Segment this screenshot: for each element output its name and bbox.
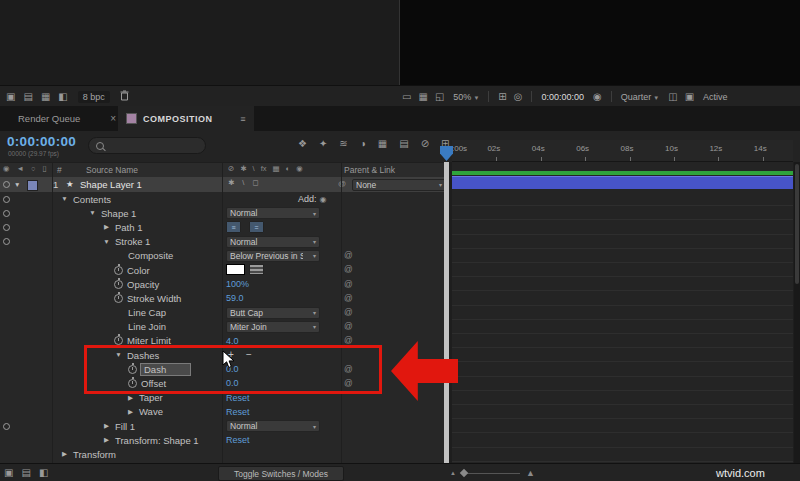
fast-preview-icon[interactable]: ◫ <box>668 92 677 102</box>
viewer-timecode[interactable]: 0:00:00:00 <box>541 92 584 102</box>
timeline-ruler[interactable]: :00s02s04s06s08s10s12s14s <box>452 140 793 162</box>
value-opacity[interactable]: 100% <box>226 278 249 290</box>
close-icon[interactable]: × <box>110 113 116 124</box>
caret-right-icon[interactable]: ▶ <box>102 433 111 447</box>
property-label[interactable]: Color <box>127 265 150 276</box>
property-label[interactable]: Line Cap <box>128 307 166 318</box>
monitor-icon[interactable]: ▭ <box>402 92 411 102</box>
grid-icon[interactable]: ▦ <box>41 92 50 102</box>
view-layout-dropdown[interactable]: Active <box>703 92 728 102</box>
visibility-eye-icon[interactable] <box>3 196 10 203</box>
color-swatch-white[interactable] <box>226 264 245 275</box>
pickwhip-icon[interactable]: @ <box>344 279 353 289</box>
bit-depth-button[interactable]: 8 bpc <box>78 91 110 103</box>
panel-menu-icon[interactable]: ≡ <box>240 114 246 124</box>
resolution-dropdown[interactable]: Quarter▼ <box>621 92 659 102</box>
panel-icon[interactable]: ◧ <box>39 468 48 478</box>
caret-down-icon[interactable]: ▼ <box>60 192 69 206</box>
value-stroke-width[interactable]: 59.0 <box>226 292 244 304</box>
visibility-eye-icon[interactable] <box>3 210 10 217</box>
pickwhip-icon[interactable]: @ <box>344 321 353 331</box>
stopwatch-icon[interactable] <box>114 294 123 303</box>
composition-network-icon[interactable]: ▣ <box>4 468 13 478</box>
path-buttons[interactable]: ≡= <box>226 221 264 233</box>
caret-right-icon[interactable]: ▶ <box>126 405 135 419</box>
property-label[interactable]: Composite <box>128 250 173 261</box>
visibility-eye-icon[interactable] <box>3 238 10 245</box>
scrollbar-handle[interactable] <box>795 164 799 284</box>
magnification-dropdown[interactable]: 50%▼ <box>453 92 479 102</box>
layer-duration-bar[interactable] <box>452 176 793 189</box>
caret-right-icon[interactable]: ▶ <box>102 220 111 234</box>
property-label[interactable]: Stroke Width <box>127 293 181 304</box>
panel-options-icon[interactable]: ▣ <box>685 92 694 102</box>
path-shape-icon[interactable]: ≡ <box>226 221 241 233</box>
parent-pickwhip-icon[interactable]: @ <box>338 179 346 188</box>
property-label[interactable]: Contents <box>73 194 111 205</box>
pickwhip-icon[interactable]: @ <box>344 335 353 345</box>
timeline-zoom-control[interactable]: ▲ ▲ <box>450 464 535 481</box>
mode-dropdown[interactable]: Normal▾ <box>226 236 320 248</box>
zoom-slider-handle[interactable] <box>460 468 468 476</box>
mode-dropdown[interactable]: Normal▾ <box>226 207 320 219</box>
caret-right-icon[interactable]: ▶ <box>102 419 111 433</box>
panels-icon[interactable]: ▤ <box>23 92 32 102</box>
transparency-grid-icon[interactable]: ▤ <box>399 139 408 149</box>
caret-down-icon[interactable]: ▼ <box>102 235 111 249</box>
tab-render-queue[interactable]: Render Queue × <box>18 106 116 131</box>
property-label[interactable]: Shape 1 <box>101 208 136 219</box>
trash-icon[interactable] <box>120 90 129 103</box>
property-label[interactable]: Transform: Shape 1 <box>115 435 199 446</box>
path-options-icon[interactable]: = <box>249 221 264 233</box>
tab-composition[interactable]: COMPOSITION ≡ <box>118 106 254 131</box>
caret-right-icon[interactable]: ▶ <box>60 447 69 461</box>
property-label[interactable]: Line Join <box>128 321 166 332</box>
caret-down-icon[interactable]: ▼ <box>88 206 97 220</box>
reset-link[interactable]: Reset <box>226 434 250 446</box>
region-of-interest-icon[interactable]: ◱ <box>435 92 444 102</box>
3d-layer-icon[interactable]: ◻ <box>252 179 258 187</box>
visibility-eye-icon[interactable] <box>3 423 10 430</box>
frame-blending-icon[interactable]: ≋ <box>339 139 347 149</box>
snapshot-camera-icon[interactable]: ◉ <box>593 92 602 102</box>
shy-layers-icon[interactable]: ⊘ <box>421 139 429 149</box>
toggle-switches-modes-button[interactable]: Toggle Switches / Modes <box>218 466 344 481</box>
workspace-icon[interactable]: ▣ <box>6 92 15 102</box>
flowchart-icon[interactable]: ▤ <box>21 468 30 478</box>
mode-dropdown[interactable]: Normal▾ <box>226 420 320 432</box>
motion-blur-icon[interactable]: ◑ <box>360 139 366 149</box>
vertical-scrollbar[interactable] <box>794 162 800 463</box>
pickwhip-icon[interactable]: @ <box>344 293 353 303</box>
zoom-out-mountain-icon[interactable]: ▲ <box>450 470 456 476</box>
timeline-search-input[interactable] <box>88 137 206 154</box>
pickwhip-icon[interactable]: @ <box>344 307 353 317</box>
property-label[interactable]: Transform <box>73 449 116 460</box>
graph-editor-icon[interactable]: ▦ <box>378 139 387 149</box>
color-options-icon[interactable] <box>249 264 264 275</box>
property-label[interactable]: Fill 1 <box>115 421 135 432</box>
parent-dropdown[interactable]: None▾ <box>352 179 446 191</box>
add-button-icon[interactable]: ◉ <box>320 195 327 204</box>
composition-mini-flowchart-icon[interactable]: ❖ <box>298 139 307 149</box>
reset-link[interactable]: Reset <box>226 406 250 418</box>
stopwatch-icon[interactable] <box>114 280 123 289</box>
mode-dropdown[interactable]: Below Previous in Sa▾ <box>226 250 320 262</box>
mode-dropdown[interactable]: Miter Join▾ <box>226 321 320 333</box>
grid-overlay-icon[interactable]: ⊞ <box>498 92 506 102</box>
property-label[interactable]: Opacity <box>127 279 159 290</box>
property-label[interactable]: Wave <box>139 406 163 417</box>
panel-divider-scrollbar[interactable] <box>444 162 449 463</box>
color-swatch[interactable] <box>226 264 264 276</box>
add-menu[interactable]: Add:◉ <box>298 193 327 205</box>
current-timecode[interactable]: 0:00:00:00 <box>7 134 76 149</box>
guides-icon[interactable]: ◧ <box>58 92 67 102</box>
layer-visibility-eye-icon[interactable] <box>3 181 10 188</box>
property-label[interactable]: Stroke 1 <box>115 236 150 247</box>
pickwhip-icon[interactable]: @ <box>344 250 353 260</box>
mask-visibility-icon[interactable]: ◎ <box>514 92 523 102</box>
draft-3d-icon[interactable]: ✦ <box>319 139 327 149</box>
quality-icon[interactable]: ✱ <box>228 179 234 187</box>
zoom-in-mountain-icon[interactable]: ▲ <box>526 468 535 478</box>
layer-name[interactable]: Shape Layer 1 <box>80 179 142 190</box>
zoom-slider[interactable] <box>462 473 520 474</box>
